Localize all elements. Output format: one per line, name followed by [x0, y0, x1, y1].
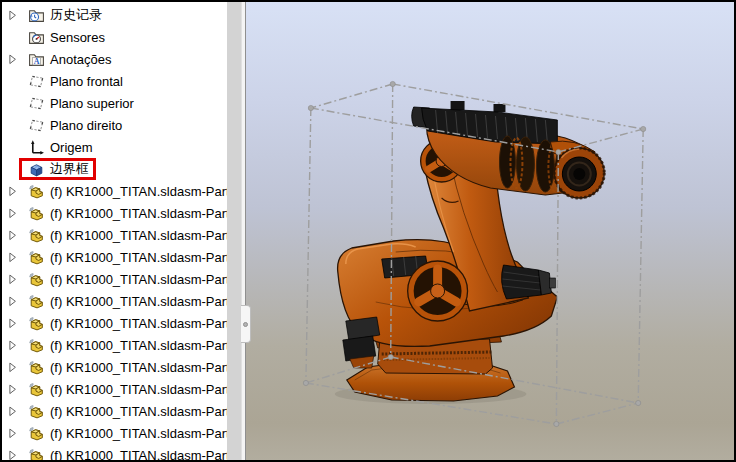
expand-arrow-icon[interactable]: [7, 229, 19, 241]
tree-item-content: (f) KR1000_TITAN.sldasm-Part: [19, 422, 227, 444]
tree-item-content: Plano frontal: [19, 70, 130, 92]
svg-text:A: A: [34, 57, 40, 66]
tree-item[interactable]: (f) KR1000_TITAN.sldasm-Part: [2, 422, 227, 444]
tree-item[interactable]: (f) KR1000_TITAN.sldasm-Part: [2, 378, 227, 400]
expand-arrow-icon[interactable]: [7, 9, 19, 21]
tree-item-content: Plano direito: [19, 114, 129, 136]
expand-arrow-icon: [7, 141, 19, 153]
expand-arrow-icon[interactable]: [7, 317, 19, 329]
expand-arrow-icon[interactable]: [7, 295, 19, 307]
tree-item-label: (f) KR1000_TITAN.sldasm-Part: [50, 316, 227, 331]
tree-item-content: (f) KR1000_TITAN.sldasm-Part: [19, 246, 227, 268]
tree-item[interactable]: 历史记录: [2, 4, 227, 26]
plane-icon: [28, 73, 45, 90]
robot-model[interactable]: [335, 101, 604, 404]
expand-arrow-icon[interactable]: [7, 207, 19, 219]
part-icon: [28, 403, 45, 420]
tree-item-content: 历史记录: [19, 4, 109, 26]
expand-arrow-icon: [7, 163, 19, 175]
tree-item-label: (f) KR1000_TITAN.sldasm-Part: [50, 448, 227, 461]
tree-item[interactable]: Plano direito: [2, 114, 227, 136]
tree-item[interactable]: (f) KR1000_TITAN.sldasm-Part: [2, 312, 227, 334]
tree-item-label: (f) KR1000_TITAN.sldasm-Part: [50, 360, 227, 375]
tree-item-content: (f) KR1000_TITAN.sldasm-Part: [19, 202, 227, 224]
expand-arrow-icon[interactable]: [7, 339, 19, 351]
tree-item[interactable]: Origem: [2, 136, 227, 158]
history-folder-icon: [28, 7, 45, 24]
expand-arrow-icon: [7, 119, 19, 131]
tree-item-label: (f) KR1000_TITAN.sldasm-Part: [50, 272, 227, 287]
tree-item-content: Origem: [19, 136, 100, 158]
tree-item[interactable]: (f) KR1000_TITAN.sldasm-Part: [2, 356, 227, 378]
expand-arrow-icon: [7, 97, 19, 109]
tree-item-content: (f) KR1000_TITAN.sldasm-Part: [19, 334, 227, 356]
tree-item[interactable]: (f) KR1000_TITAN.sldasm-Part: [2, 268, 227, 290]
expand-arrow-icon[interactable]: [7, 383, 19, 395]
part-icon: [28, 337, 45, 354]
tree-item-label: (f) KR1000_TITAN.sldasm-Part: [50, 294, 227, 309]
tree-item-content: (f) KR1000_TITAN.sldasm-Part: [19, 224, 227, 246]
tree-item-label: Plano superior: [50, 96, 134, 111]
expand-arrow-icon[interactable]: [7, 427, 19, 439]
tree-item[interactable]: Plano frontal: [2, 70, 227, 92]
part-icon: [28, 293, 45, 310]
tree-item-label: (f) KR1000_TITAN.sldasm-Part: [50, 404, 227, 419]
tree-item-label: (f) KR1000_TITAN.sldasm-Part: [50, 228, 227, 243]
tree-item[interactable]: (f) KR1000_TITAN.sldasm-Part: [2, 202, 227, 224]
expand-arrow-icon[interactable]: [7, 251, 19, 263]
tree-item[interactable]: (f) KR1000_TITAN.sldasm-Part: [2, 246, 227, 268]
expand-arrow-icon[interactable]: [7, 53, 19, 65]
part-icon: [28, 425, 45, 442]
tree-item[interactable]: 边界框: [2, 158, 227, 180]
tree-item[interactable]: Plano superior: [2, 92, 227, 114]
expand-arrow-icon[interactable]: [7, 273, 19, 285]
viewport-3d[interactable]: [245, 2, 734, 460]
tree-item[interactable]: A Anotações: [2, 48, 227, 70]
tree-item[interactable]: (f) KR1000_TITAN.sldasm-Part: [2, 334, 227, 356]
tree-item-label: (f) KR1000_TITAN.sldasm-Part: [50, 250, 227, 265]
tree-item-label: Anotações: [50, 52, 111, 67]
tree-item-label: (f) KR1000_TITAN.sldasm-Part: [50, 338, 227, 353]
tree-item-content: (f) KR1000_TITAN.sldasm-Part: [19, 268, 227, 290]
tree-item[interactable]: (f) KR1000_TITAN.sldasm-Part: [2, 444, 227, 460]
tree-item[interactable]: (f) KR1000_TITAN.sldasm-Part: [2, 400, 227, 422]
part-icon: [28, 447, 45, 461]
tree-item-label: (f) KR1000_TITAN.sldasm-Part: [50, 206, 227, 221]
feature-tree-panel: 历史记录 Sensores A Anotações Plano frontal …: [2, 2, 227, 460]
part-icon: [28, 315, 45, 332]
part-icon: [28, 359, 45, 376]
tree-item[interactable]: (f) KR1000_TITAN.sldasm-Part: [2, 290, 227, 312]
expand-arrow-icon[interactable]: [7, 405, 19, 417]
expand-arrow-icon: [7, 31, 19, 43]
tree-item-content: A Anotações: [19, 48, 118, 70]
plane-icon: [28, 95, 45, 112]
splitter-collapse-handle[interactable]: [241, 305, 251, 343]
expand-arrow-icon: [7, 75, 19, 87]
tree-item-content: (f) KR1000_TITAN.sldasm-Part: [19, 290, 227, 312]
expand-arrow-icon[interactable]: [7, 361, 19, 373]
tree-item[interactable]: Sensores: [2, 26, 227, 48]
part-icon: [28, 271, 45, 288]
tree-scrollbar-track[interactable]: [227, 2, 241, 460]
part-icon: [28, 227, 45, 244]
tree-item-content: (f) KR1000_TITAN.sldasm-Part: [19, 356, 227, 378]
expand-arrow-icon[interactable]: [7, 185, 19, 197]
tree-item-label: (f) KR1000_TITAN.sldasm-Part: [50, 184, 227, 199]
tree-item-content: Plano superior: [19, 92, 141, 114]
splitter-grip-icon: [243, 322, 248, 327]
tree-item[interactable]: (f) KR1000_TITAN.sldasm-Part: [2, 224, 227, 246]
tree-item-content: (f) KR1000_TITAN.sldasm-Part: [19, 400, 227, 422]
annotations-folder-icon: A: [28, 51, 45, 68]
origin-icon: [28, 139, 45, 156]
tree-item-content: (f) KR1000_TITAN.sldasm-Part: [19, 378, 227, 400]
part-icon: [28, 249, 45, 266]
tree-item-content: (f) KR1000_TITAN.sldasm-Part: [19, 312, 227, 334]
part-icon: [28, 381, 45, 398]
bounding-box-icon: [28, 161, 45, 178]
plane-icon: [28, 117, 45, 134]
tree-item-content: 边界框: [19, 158, 96, 180]
tree-item-content: (f) KR1000_TITAN.sldasm-Part: [19, 180, 227, 202]
expand-arrow-icon[interactable]: [7, 449, 19, 460]
tree-item[interactable]: (f) KR1000_TITAN.sldasm-Part: [2, 180, 227, 202]
tree-item-label: Origem: [50, 140, 93, 155]
